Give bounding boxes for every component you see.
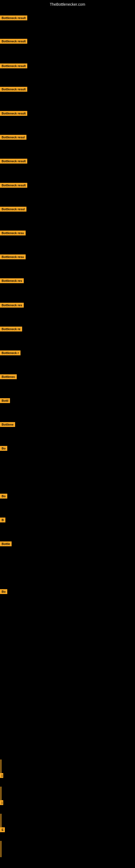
bottleneck-result-badge-5[interactable]: Bottleneck result: [0, 111, 27, 116]
site-title: TheBottlenecker.com: [0, 0, 135, 9]
bottleneck-result-badge-14[interactable]: Bottleneck re: [0, 327, 22, 332]
bottleneck-result-badge-7[interactable]: Bottleneck result: [0, 159, 27, 163]
bottleneck-result-badge-4[interactable]: Bottleneck result: [0, 87, 27, 92]
bottleneck-result-badge-10[interactable]: Bottleneck resu: [0, 230, 26, 236]
bottleneck-result-badge-3[interactable]: Bottleneck result: [0, 63, 27, 68]
bottleneck-result-badge-17[interactable]: Bottl: [0, 398, 10, 403]
bottleneck-result-badge-2[interactable]: Bottleneck result: [0, 39, 27, 44]
bottleneck-result-badge-22[interactable]: B: [0, 518, 5, 522]
bottleneck-result-badge-8[interactable]: Bottleneck result: [0, 183, 27, 188]
vertical-indicator-0: [1, 760, 1, 776]
bottleneck-result-badge-9[interactable]: Bottleneck resul: [0, 207, 27, 212]
bottleneck-result-badge-21[interactable]: Bo: [0, 494, 7, 499]
vertical-indicator-3: [1, 841, 1, 857]
bottleneck-result-badge-15[interactable]: Bottleneck r: [0, 350, 20, 355]
vertical-indicator-2: [1, 814, 1, 830]
vertical-indicator-1: [1, 786, 1, 803]
bottleneck-result-badge-25[interactable]: Bo: [0, 589, 7, 594]
bottleneck-result-badge-6[interactable]: Bottleneck resul: [0, 135, 27, 140]
bottleneck-result-badge-13[interactable]: Bottleneck res: [0, 303, 24, 308]
bottleneck-result-badge-16[interactable]: Bottlenec: [0, 374, 17, 379]
bottleneck-result-badge-23[interactable]: Bottle: [0, 541, 12, 546]
bottleneck-result-badge-11[interactable]: Bottleneck resu: [0, 254, 26, 259]
bottleneck-result-badge-19[interactable]: Bo: [0, 446, 7, 451]
bottleneck-result-badge-18[interactable]: Bottlene: [0, 422, 15, 427]
bottleneck-result-badge-1[interactable]: Bottleneck result: [0, 16, 27, 20]
bottleneck-result-badge-12[interactable]: Bottleneck res: [0, 278, 24, 283]
